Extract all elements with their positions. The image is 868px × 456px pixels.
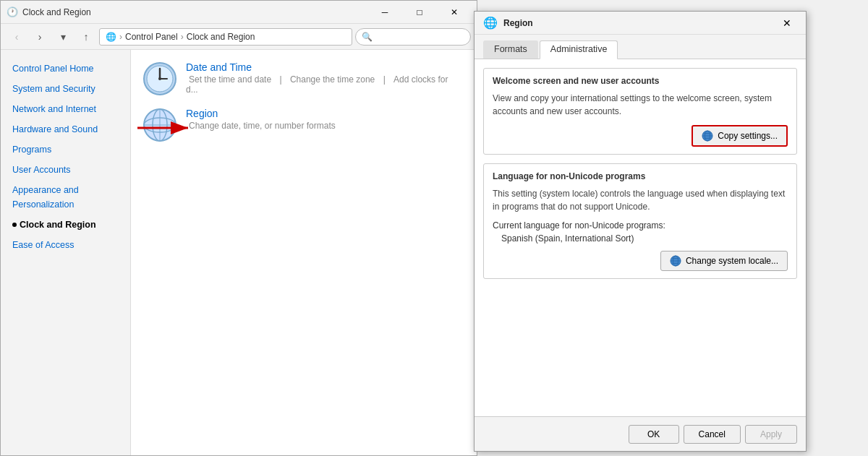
change-locale-label: Change system locale... xyxy=(686,256,778,266)
cancel-button[interactable]: Cancel xyxy=(684,425,741,444)
sidebar-item-ease-access[interactable]: Ease of Access xyxy=(1,235,130,255)
back-button[interactable]: ‹ xyxy=(7,27,27,47)
toolbar: ‹ › ▾ ↑ 🌐 › Control Panel › Clock and Re… xyxy=(1,24,477,50)
copy-settings-button[interactable]: Copy settings... xyxy=(692,125,788,147)
change-timezone-link[interactable]: Change the time zone xyxy=(290,74,375,85)
main-content: Date and Time Set the time and date | Ch… xyxy=(131,50,477,455)
forward-button[interactable]: › xyxy=(30,27,50,47)
current-language-value: Spanish (Spain, International Sort) xyxy=(493,233,788,244)
sidebar-item-network-internet[interactable]: Network and Internet xyxy=(1,99,130,119)
active-bullet xyxy=(12,223,17,227)
address-bar[interactable]: 🌐 › Control Panel › Clock and Region xyxy=(99,28,352,46)
breadcrumb-separator2: › xyxy=(181,32,184,42)
date-time-title[interactable]: Date and Time xyxy=(186,61,465,73)
sidebar-item-programs[interactable]: Programs xyxy=(1,139,130,160)
non-unicode-desc: This setting (system locale) controls th… xyxy=(493,187,788,213)
region-icon xyxy=(142,108,177,142)
svg-point-4 xyxy=(158,77,161,80)
sidebar: Control Panel Home System and Security N… xyxy=(1,50,131,455)
date-time-item: Date and Time Set the time and date | Ch… xyxy=(142,61,465,96)
recent-locations-button[interactable]: ▾ xyxy=(53,27,73,47)
region-item: Region Change date, time, or number form… xyxy=(142,108,465,142)
window-title: Clock and Region xyxy=(22,7,364,17)
breadcrumb-control-panel: Control Panel xyxy=(125,32,178,42)
non-unicode-title: Language for non-Unicode programs xyxy=(493,171,788,181)
welcome-screen-title: Welcome screen and new user accounts xyxy=(493,76,788,86)
search-icon: 🔍 xyxy=(362,32,373,42)
link-sep2: | xyxy=(383,74,388,85)
dialog-icon: 🌐 xyxy=(483,16,498,30)
region-dialog: 🌐 Region ✕ Formats Administrative Welcom… xyxy=(474,11,807,452)
copy-settings-icon xyxy=(702,130,713,142)
dialog-footer: OK Cancel Apply xyxy=(475,416,806,451)
sidebar-item-system-security[interactable]: System and Security xyxy=(1,79,130,99)
change-locale-icon xyxy=(670,255,681,267)
dialog-title: Region xyxy=(503,18,771,28)
breadcrumb-separator: › xyxy=(119,32,122,42)
apply-button[interactable]: Apply xyxy=(745,425,797,444)
welcome-screen-section: Welcome screen and new user accounts Vie… xyxy=(483,68,797,155)
window-icon: 🕐 xyxy=(7,7,18,18)
change-formats-link[interactable]: Change date, time, or number formats xyxy=(189,121,336,131)
dialog-close-button[interactable]: ✕ xyxy=(777,15,797,31)
up-button[interactable]: ↑ xyxy=(76,27,96,47)
title-bar: 🕐 Clock and Region ─ □ ✕ xyxy=(1,1,477,24)
sidebar-item-hardware-sound[interactable]: Hardware and Sound xyxy=(1,119,130,139)
set-time-link[interactable]: Set the time and date xyxy=(189,74,271,85)
main-window: 🕐 Clock and Region ─ □ ✕ ‹ › ▾ ↑ 🌐 › Con… xyxy=(0,0,477,456)
change-system-locale-button[interactable]: Change system locale... xyxy=(660,251,788,271)
minimize-button[interactable]: ─ xyxy=(368,2,401,22)
search-box[interactable]: 🔍 xyxy=(355,28,471,46)
non-unicode-section: Language for non-Unicode programs This s… xyxy=(483,163,797,279)
tab-administrative[interactable]: Administrative xyxy=(540,40,618,59)
close-button[interactable]: ✕ xyxy=(438,2,471,22)
sidebar-item-clock-region[interactable]: Clock and Region xyxy=(1,215,130,235)
sidebar-item-appearance[interactable]: Appearance and Personalization xyxy=(1,180,130,215)
breadcrumb-globe-icon: 🌐 xyxy=(106,32,116,42)
tab-formats[interactable]: Formats xyxy=(483,40,538,59)
current-language-label: Current language for non-Unicode program… xyxy=(493,220,788,231)
copy-settings-label: Copy settings... xyxy=(718,131,778,141)
date-time-links: Set the time and date | Change the time … xyxy=(186,74,465,95)
region-title[interactable]: Region xyxy=(186,108,465,119)
date-time-icon xyxy=(142,61,177,96)
title-bar-controls: ─ □ ✕ xyxy=(368,2,471,22)
dialog-tabs: Formats Administrative xyxy=(475,35,806,59)
date-time-details: Date and Time Set the time and date | Ch… xyxy=(186,61,465,95)
maximize-button[interactable]: □ xyxy=(403,2,436,22)
dialog-title-bar: 🌐 Region ✕ xyxy=(475,12,806,35)
region-links: Change date, time, or number formats xyxy=(186,121,465,131)
ok-button[interactable]: OK xyxy=(629,425,679,444)
content-area: Control Panel Home System and Security N… xyxy=(1,50,477,455)
sidebar-item-user-accounts[interactable]: User Accounts xyxy=(1,160,130,180)
breadcrumb-clock-region: Clock and Region xyxy=(187,32,255,42)
link-sep1: | xyxy=(279,74,284,85)
sidebar-item-control-panel-home[interactable]: Control Panel Home xyxy=(1,59,130,79)
dialog-body: Welcome screen and new user accounts Vie… xyxy=(475,59,806,416)
items-list: Date and Time Set the time and date | Ch… xyxy=(142,61,465,142)
welcome-screen-desc: View and copy your international setting… xyxy=(493,92,788,118)
region-details: Region Change date, time, or number form… xyxy=(186,108,465,131)
